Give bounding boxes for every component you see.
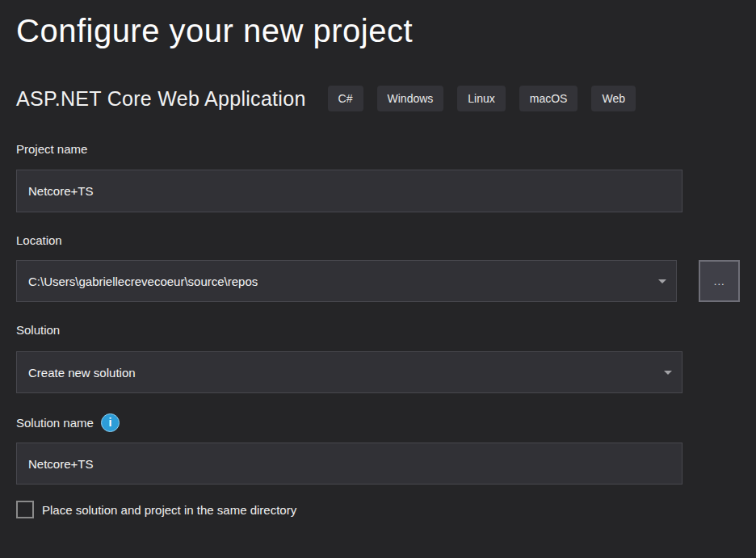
location-combobox[interactable]: C:\Users\gabriellecrevecoeur\source\repo… (16, 260, 677, 302)
same-directory-checkbox[interactable] (16, 501, 34, 518)
location-value: C:\Users\gabriellecrevecoeur\source\repo… (28, 275, 258, 288)
tag-web: Web (591, 86, 636, 111)
template-name: ASP.NET Core Web Application (16, 87, 306, 111)
solution-name-label: Solution name (16, 416, 94, 430)
project-name-input[interactable] (16, 170, 682, 212)
configure-project-dialog: Configure your new project ASP.NET Core … (0, 0, 756, 558)
location-row: C:\Users\gabriellecrevecoeur\source\repo… (16, 260, 740, 302)
page-title: Configure your new project (16, 0, 740, 52)
solution-name-label-row: Solution name i (16, 414, 740, 430)
template-summary-row: ASP.NET Core Web Application C# Windows … (16, 86, 740, 111)
chevron-down-icon (664, 371, 672, 375)
location-label: Location (16, 232, 740, 248)
solution-name-input[interactable] (16, 443, 682, 485)
info-icon[interactable]: i (101, 413, 120, 432)
tag-linux: Linux (457, 86, 505, 111)
project-name-label: Project name (16, 141, 740, 157)
template-tag-list: C# Windows Linux macOS Web (328, 86, 636, 111)
solution-label: Solution (16, 321, 740, 338)
solution-combobox[interactable]: Create new solution (16, 351, 682, 393)
tag-macos: macOS (519, 86, 578, 111)
same-directory-label: Place solution and project in the same d… (42, 503, 296, 517)
chevron-down-icon (658, 279, 666, 283)
same-directory-option: Place solution and project in the same d… (16, 501, 740, 518)
solution-value: Create new solution (28, 366, 136, 380)
tag-windows: Windows (377, 86, 444, 111)
tag-csharp: C# (328, 86, 363, 111)
browse-location-button[interactable]: ... (699, 260, 740, 302)
